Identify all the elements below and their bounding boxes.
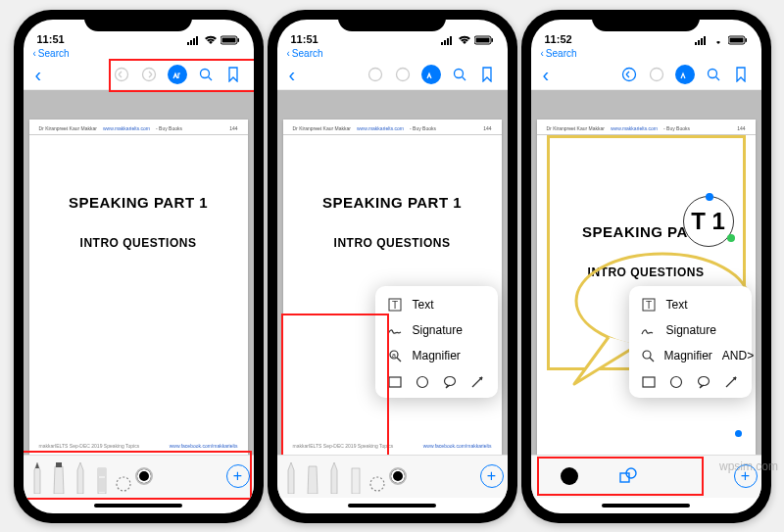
undo-icon[interactable] bbox=[620, 66, 638, 83]
svg-line-10 bbox=[208, 77, 212, 81]
popover-text[interactable]: T Text bbox=[375, 292, 498, 317]
svg-rect-43 bbox=[704, 36, 706, 45]
add-button[interactable]: + bbox=[734, 464, 758, 488]
redo-icon[interactable] bbox=[394, 66, 412, 83]
navigation-bar: ‹ bbox=[277, 61, 508, 90]
search-icon[interactable] bbox=[451, 66, 468, 83]
breadcrumb-search[interactable]: ‹ Search bbox=[277, 47, 508, 61]
back-button[interactable]: ‹ bbox=[539, 64, 554, 86]
document-viewport[interactable]: Dr Kiranpreet Kaur Makkar www.makkarielt… bbox=[24, 90, 254, 455]
markup-toolbar: + bbox=[531, 455, 761, 498]
arrow-shape[interactable] bbox=[723, 374, 739, 390]
rectangle-shape[interactable] bbox=[641, 374, 657, 390]
home-indicator[interactable] bbox=[24, 498, 254, 513]
document-viewport[interactable]: Dr Kiranpreet Kaur Makkar www.makkarielt… bbox=[531, 90, 761, 455]
circle-shape[interactable] bbox=[668, 374, 684, 390]
pen-tool[interactable] bbox=[27, 459, 47, 494]
magnifier-handle-size[interactable] bbox=[727, 234, 735, 242]
breadcrumb-search[interactable]: ‹ Search bbox=[24, 47, 254, 61]
chevron-left-icon: ‹ bbox=[541, 48, 544, 59]
pencil-tool[interactable] bbox=[71, 459, 90, 494]
phone-3: 11:52 ‹ Search ‹ Dr Kiranp bbox=[521, 10, 771, 523]
magnifier-handle-zoom[interactable] bbox=[706, 193, 713, 201]
add-button[interactable]: + bbox=[480, 464, 504, 488]
page-header: Dr Kiranpreet Kaur Makkar www.makkarielt… bbox=[29, 120, 248, 135]
svg-rect-23 bbox=[475, 37, 489, 42]
search-icon[interactable] bbox=[197, 66, 215, 83]
popover-signature[interactable]: Signature bbox=[375, 317, 498, 343]
svg-rect-13 bbox=[98, 468, 106, 476]
speech-bubble-shape[interactable] bbox=[696, 374, 711, 390]
circle-shape[interactable] bbox=[415, 374, 430, 390]
back-button[interactable]: ‹ bbox=[31, 64, 46, 86]
svg-rect-0 bbox=[187, 42, 189, 45]
navigation-bar: ‹ bbox=[531, 61, 761, 90]
undo-icon[interactable] bbox=[113, 66, 130, 83]
popover-signature[interactable]: Signature bbox=[629, 317, 752, 343]
status-indicators bbox=[695, 35, 748, 45]
chevron-left-icon: ‹ bbox=[33, 48, 36, 59]
marker-tool[interactable] bbox=[303, 459, 322, 494]
markup-icon[interactable] bbox=[421, 65, 441, 84]
lasso-tool[interactable] bbox=[368, 459, 387, 494]
magnifier-annotation[interactable]: T 1 bbox=[683, 196, 734, 247]
page-footer: makkarIELTS Sep-DEC 2019 Speaking Topics… bbox=[39, 443, 238, 449]
markup-icon[interactable] bbox=[168, 65, 187, 84]
add-button[interactable]: + bbox=[226, 464, 250, 488]
popover-magnifier[interactable]: a Magnifier bbox=[375, 343, 498, 368]
marker-tool[interactable] bbox=[49, 459, 69, 494]
lasso-tool[interactable] bbox=[114, 459, 133, 494]
page-footer: makkarIELTS Sep-DEC 2019 Speaking Topics… bbox=[293, 443, 492, 449]
svg-point-58 bbox=[698, 376, 709, 385]
rectangle-shape[interactable] bbox=[387, 374, 403, 390]
page-number: 144 bbox=[229, 125, 237, 131]
home-indicator[interactable] bbox=[531, 498, 761, 513]
color-picker[interactable] bbox=[135, 467, 153, 485]
breadcrumb-search[interactable]: ‹ Search bbox=[531, 47, 761, 61]
back-button[interactable]: ‹ bbox=[285, 64, 300, 86]
doc-subtitle: INTRO QUESTIONS bbox=[29, 236, 248, 250]
add-popover: T Text Signature a Magnifier bbox=[375, 286, 498, 398]
navigation-bar: ‹ bbox=[24, 61, 254, 90]
eraser-tool[interactable] bbox=[346, 459, 366, 494]
eraser-tool[interactable] bbox=[92, 459, 112, 494]
pen-tool[interactable] bbox=[281, 459, 301, 494]
search-icon[interactable] bbox=[705, 66, 722, 83]
svg-rect-3 bbox=[196, 36, 198, 45]
color-picker[interactable] bbox=[389, 467, 407, 485]
bookmark-icon[interactable] bbox=[478, 66, 496, 83]
svg-point-17 bbox=[117, 477, 130, 491]
text-icon: T bbox=[387, 298, 403, 312]
wifi-icon bbox=[711, 35, 725, 45]
color-picker[interactable] bbox=[561, 467, 578, 485]
undo-icon[interactable] bbox=[367, 66, 384, 83]
svg-rect-42 bbox=[701, 38, 703, 45]
buy-text: - Buy Books bbox=[410, 125, 436, 131]
speech-bubble-shape[interactable] bbox=[442, 374, 458, 390]
bookmark-icon[interactable] bbox=[224, 66, 242, 83]
markup-toolbar: + bbox=[24, 455, 254, 498]
redo-icon[interactable] bbox=[648, 66, 665, 83]
arrow-shape[interactable] bbox=[469, 374, 485, 390]
svg-point-47 bbox=[622, 69, 635, 81]
bookmark-icon[interactable] bbox=[732, 66, 750, 83]
bubble-handle[interactable] bbox=[735, 430, 742, 437]
site-link: www.makkarielts.com bbox=[611, 125, 658, 131]
popover-magnifier[interactable]: Magnifier AND> bbox=[629, 343, 752, 368]
svg-point-27 bbox=[454, 70, 463, 78]
search-label: Search bbox=[546, 48, 577, 59]
document-viewport[interactable]: Dr Kiranpreet Kaur Makkar www.makkarielt… bbox=[277, 90, 508, 455]
shapes-button[interactable] bbox=[617, 465, 639, 487]
popover-text[interactable]: T Text bbox=[629, 292, 752, 317]
svg-rect-24 bbox=[491, 38, 493, 42]
page-body: SPEAKING PART 1 INTRO QUESTIONS bbox=[29, 135, 248, 250]
footer-left: makkarIELTS Sep-DEC 2019 Speaking Topics bbox=[39, 443, 140, 449]
magnifier-icon bbox=[641, 349, 655, 363]
phone-2: 11:51 ‹ Search ‹ Dr Kiranp bbox=[268, 10, 517, 523]
popover-text-label: Text bbox=[413, 298, 434, 312]
redo-icon[interactable] bbox=[140, 66, 158, 83]
pencil-tool[interactable] bbox=[324, 459, 344, 494]
footer-link: www.facebook.com/makkarielts bbox=[423, 443, 492, 449]
home-indicator[interactable] bbox=[277, 498, 508, 513]
markup-icon[interactable] bbox=[675, 65, 695, 84]
